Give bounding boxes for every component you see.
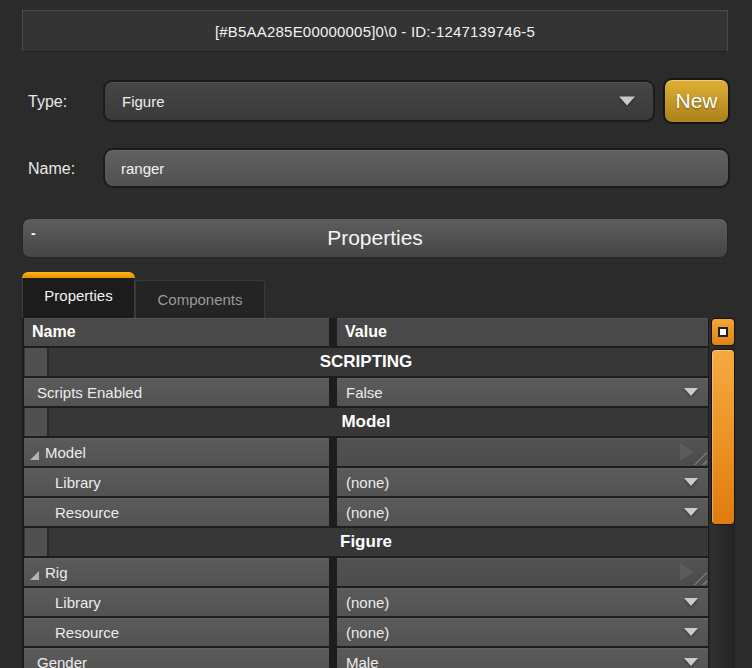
- value-dropdown[interactable]: (none): [337, 468, 708, 496]
- property-row: Library(none): [22, 588, 709, 616]
- column-header-name[interactable]: Name: [24, 318, 329, 346]
- property-name-cell[interactable]: Resource: [24, 498, 329, 526]
- property-row: Resource(none): [22, 498, 709, 526]
- name-label: Name:: [28, 160, 75, 178]
- section-label: Model: [24, 408, 708, 436]
- scrollbar-button-square-icon: [720, 329, 726, 335]
- vertical-scrollbar[interactable]: [711, 318, 735, 668]
- property-name-label: Model: [45, 444, 86, 461]
- value-text: (none): [337, 594, 389, 611]
- property-name-label: Gender: [24, 654, 87, 668]
- value-dropdown[interactable]: Male: [337, 648, 708, 668]
- grid-header-row: Name Value: [22, 318, 709, 346]
- object-editor-window: [#B5AA285E00000005]0\0 - ID:-1247139746-…: [0, 0, 752, 668]
- property-row: Rig: [22, 558, 709, 586]
- dropdown-arrow-icon: [684, 478, 698, 486]
- value-text: False: [337, 384, 383, 401]
- value-expander-cell[interactable]: [337, 558, 708, 586]
- value-text: (none): [337, 624, 389, 641]
- tree-expander-icon[interactable]: [30, 451, 39, 460]
- type-dropdown-value: Figure: [105, 93, 165, 110]
- property-grid: Name Value SCRIPTINGScripts EnabledFalse…: [22, 318, 709, 668]
- name-input[interactable]: [103, 148, 730, 188]
- property-name-cell[interactable]: Gender: [24, 648, 329, 668]
- dropdown-arrow-icon: [684, 508, 698, 516]
- property-row: Library(none): [22, 468, 709, 496]
- column-header-value[interactable]: Value: [337, 318, 708, 346]
- ghost-arrow-icon: [680, 563, 694, 581]
- property-row: Scripts EnabledFalse: [22, 378, 709, 406]
- value-dropdown[interactable]: False: [337, 378, 708, 406]
- properties-panel-header: - Properties: [22, 218, 728, 258]
- property-name-cell[interactable]: Model: [24, 438, 329, 466]
- tab-components[interactable]: Components: [135, 280, 265, 318]
- value-expander-cell[interactable]: [337, 438, 708, 466]
- value-text: Male: [337, 654, 379, 668]
- property-name-label: Scripts Enabled: [24, 384, 142, 401]
- property-name-label: Library: [24, 474, 101, 491]
- type-dropdown[interactable]: Figure: [103, 80, 655, 122]
- property-grid-rows: SCRIPTINGScripts EnabledFalseModelModelL…: [22, 348, 709, 668]
- value-dropdown[interactable]: (none): [337, 498, 708, 526]
- tree-expander-icon[interactable]: [30, 571, 39, 580]
- property-name-cell[interactable]: Library: [24, 468, 329, 496]
- section-header-row: SCRIPTING: [24, 348, 708, 376]
- property-row: Resource(none): [22, 618, 709, 646]
- tab-properties[interactable]: Properties: [22, 272, 135, 318]
- scrollbar-thumb[interactable]: [711, 349, 735, 525]
- dropdown-arrow-icon: [684, 658, 698, 666]
- property-name-cell[interactable]: Scripts Enabled: [24, 378, 329, 406]
- dropdown-arrow-icon: [684, 388, 698, 396]
- value-text: (none): [337, 474, 389, 491]
- active-tab-accent-bar: [22, 272, 135, 278]
- panel-title: Properties: [327, 226, 423, 250]
- resize-grip-icon: [693, 451, 707, 465]
- section-header-row: Figure: [24, 528, 708, 556]
- new-button[interactable]: New: [663, 78, 730, 124]
- property-name-cell[interactable]: Library: [24, 588, 329, 616]
- dropdown-arrow-icon: [684, 628, 698, 636]
- object-id-titlebar: [#B5AA285E00000005]0\0 - ID:-1247139746-…: [22, 10, 728, 52]
- property-name-cell[interactable]: Rig: [24, 558, 329, 586]
- property-name-cell[interactable]: Resource: [24, 618, 329, 646]
- property-row: Model: [22, 438, 709, 466]
- tab-properties-label: Properties: [44, 287, 112, 304]
- ghost-arrow-icon: [680, 443, 694, 461]
- property-name-label: Resource: [24, 624, 119, 641]
- property-name-label: Resource: [24, 504, 119, 521]
- section-label: Figure: [24, 528, 708, 556]
- type-label: Type:: [28, 93, 67, 111]
- property-name-label: Library: [24, 594, 101, 611]
- value-dropdown[interactable]: (none): [337, 588, 708, 616]
- scrollbar-top-button[interactable]: [711, 318, 735, 346]
- property-name-label: Rig: [45, 564, 68, 581]
- resize-grip-icon: [693, 571, 707, 585]
- section-header-row: Model: [24, 408, 708, 436]
- property-row: GenderMale: [22, 648, 709, 668]
- value-dropdown[interactable]: (none): [337, 618, 708, 646]
- object-id-text: [#B5AA285E00000005]0\0 - ID:-1247139746-…: [215, 23, 535, 40]
- new-button-label: New: [675, 89, 717, 113]
- value-text: (none): [337, 504, 389, 521]
- chevron-down-icon: [619, 97, 635, 106]
- dropdown-arrow-icon: [684, 598, 698, 606]
- section-label: SCRIPTING: [24, 348, 708, 376]
- panel-collapse-button[interactable]: -: [31, 226, 36, 240]
- tab-components-label: Components: [157, 291, 242, 308]
